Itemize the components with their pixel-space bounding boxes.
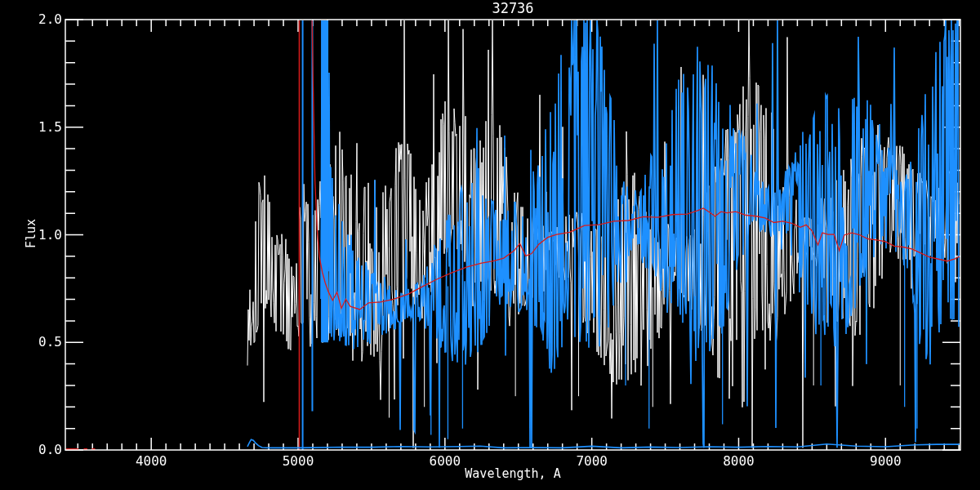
y-tick-label: 2.0: [11, 12, 62, 27]
x-tick-label: 7000: [558, 454, 626, 469]
spectrum-figure: 32736 Flux Wavelength, A 0.00.51.01.52.0…: [0, 0, 980, 490]
x-tick-label: 5000: [264, 454, 332, 469]
x-tick-label: 4000: [117, 454, 185, 469]
y-tick-label: 1.5: [11, 120, 62, 135]
x-axis-label: Wavelength, A: [65, 466, 960, 481]
x-tick-label: 6000: [411, 454, 479, 469]
y-tick-label: 1.0: [11, 228, 62, 243]
y-tick-label: 0.5: [11, 335, 62, 350]
spectrum-plot-canvas: [0, 0, 980, 490]
x-tick-label: 8000: [704, 454, 773, 469]
x-tick-label: 9000: [851, 454, 920, 469]
plot-title: 32736: [65, 1, 960, 16]
y-tick-label: 0.0: [11, 443, 62, 457]
